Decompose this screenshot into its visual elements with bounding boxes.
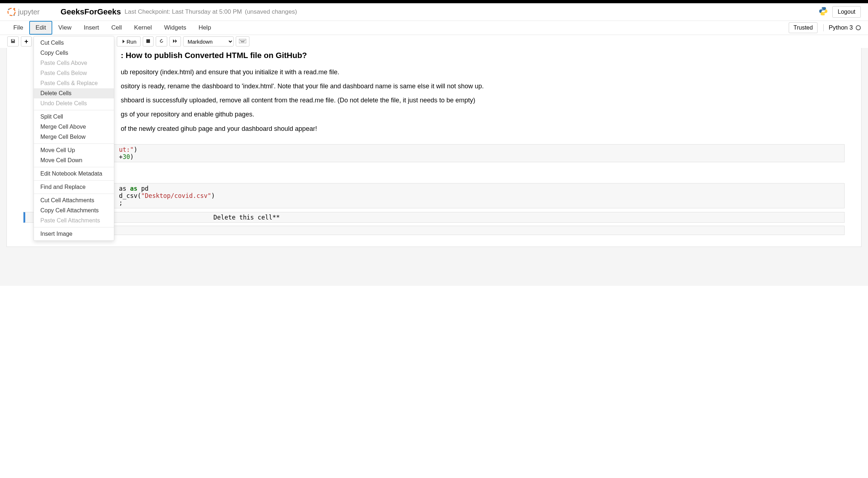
code-area[interactable]: as as pd d_csv("Desktop/covid.csv") ; [94, 183, 844, 208]
kernel-indicator[interactable]: Python 3 [823, 24, 861, 31]
menu-cut-cells[interactable]: Cut Cells [34, 38, 114, 48]
code-token: ut:" [119, 146, 134, 153]
menu-kernel[interactable]: Kernel [128, 21, 158, 35]
notebook-container: : How to publish Converted HTML file on … [0, 48, 868, 286]
notebook-name[interactable]: GeeksForGeeks [61, 7, 121, 17]
stop-icon [146, 39, 150, 44]
menu-view[interactable]: View [52, 21, 78, 35]
code-cell[interactable]: as as pd d_csv("Desktop/covid.csv") ; [93, 183, 845, 208]
restart-icon [159, 39, 164, 45]
run-button[interactable]: Run [117, 36, 141, 47]
code-cell-empty[interactable] [93, 226, 845, 235]
menu-merge-cell-below[interactable]: Merge Cell Below [34, 132, 114, 142]
menu-copy-attachments[interactable]: Copy Cell Attachments [34, 205, 114, 216]
menu-file[interactable]: File [7, 21, 29, 35]
svg-point-2 [14, 8, 15, 9]
restart-button[interactable] [156, 36, 167, 47]
run-icon [121, 39, 125, 45]
menu-help[interactable]: Help [192, 21, 217, 35]
menu-divider [34, 194, 114, 194]
jupyter-logo[interactable]: jupyter [7, 6, 54, 17]
menu-move-cell-down[interactable]: Move Cell Down [34, 155, 114, 165]
menu-find-replace[interactable]: Find and Replace [34, 182, 114, 192]
menu-paste-cells-replace: Paste Cells & Replace [34, 78, 114, 88]
code-token: pd [137, 185, 149, 192]
menubar: File Edit View Insert Cell Kernel Widget… [0, 21, 868, 35]
code-token: as [119, 185, 130, 192]
svg-rect-11 [243, 40, 244, 41]
menu-cut-attachments[interactable]: Cut Cell Attachments [34, 195, 114, 205]
markdown-step: ository is ready, rename the dashboard t… [121, 82, 821, 91]
code-token: "Desktop/covid.csv" [141, 192, 211, 199]
menu-divider [34, 167, 114, 167]
menu-move-cell-up[interactable]: Move Cell Up [34, 145, 114, 155]
code-cell[interactable]: ut:") +30) [93, 144, 845, 162]
svg-rect-10 [242, 40, 242, 41]
header: jupyter GeeksForGeeks Last Checkpoint: L… [0, 3, 868, 21]
kernel-name: Python 3 [829, 24, 853, 31]
menu-undo-delete-cells: Undo Delete Cells [34, 98, 114, 109]
menu-divider [34, 227, 114, 227]
menu-cell[interactable]: Cell [105, 21, 128, 35]
svg-point-6 [824, 14, 825, 14]
markdown-step: gs of your repository and enable github … [121, 110, 821, 119]
celltype-select[interactable]: Markdown [183, 36, 234, 47]
menu-copy-cells[interactable]: Copy Cells [34, 48, 114, 58]
trusted-button[interactable]: Trusted [789, 22, 818, 33]
code-token: ) [211, 192, 215, 199]
code-token: d_csv( [119, 192, 141, 199]
unsaved-changes: (unsaved changes) [245, 8, 297, 16]
kernel-idle-icon [856, 25, 861, 30]
menu-split-cell[interactable]: Split Cell [34, 112, 114, 122]
code-area[interactable]: ut:") +30) [94, 145, 844, 162]
menu-insert-image[interactable]: Insert Image [34, 229, 114, 239]
browser-topbar [0, 0, 868, 3]
menu-delete-cells[interactable]: Delete Cells [34, 88, 114, 98]
code-token: Delete this cell** [213, 214, 280, 221]
code-cell-selected[interactable]: Delete this cell** [23, 212, 845, 223]
notebook-inner: : How to publish Converted HTML file on … [6, 48, 862, 247]
plus-icon: + [25, 38, 28, 45]
code-area[interactable] [94, 226, 844, 235]
checkpoint-info: Last Checkpoint: Last Thursday at 5:00 P… [125, 8, 242, 16]
menu-edit-notebook-metadata[interactable]: Edit Notebook Metadata [34, 169, 114, 179]
save-icon [10, 39, 15, 45]
restart-runall-button[interactable] [169, 36, 181, 47]
code-token: + [119, 153, 123, 160]
markdown-heading: : How to publish Converted HTML file on … [121, 50, 821, 61]
command-palette-button[interactable] [236, 36, 249, 47]
svg-point-5 [821, 8, 822, 9]
code-token: ) [134, 146, 137, 153]
code-token: 30 [123, 153, 130, 160]
svg-rect-7 [146, 39, 150, 43]
logout-button[interactable]: Logout [832, 6, 861, 18]
menu-paste-cells-below: Paste Cells Below [34, 68, 114, 78]
menu-divider [34, 180, 114, 181]
svg-rect-9 [240, 40, 241, 41]
save-button[interactable] [7, 36, 19, 47]
code-token: ) [130, 153, 134, 160]
markdown-step: of the newly created gihub page and your… [121, 124, 821, 133]
run-label: Run [127, 39, 137, 45]
menu-merge-cell-above[interactable]: Merge Cell Above [34, 122, 114, 132]
menu-widgets[interactable]: Widgets [158, 21, 192, 35]
add-cell-button[interactable]: + [21, 36, 32, 47]
menu-paste-attachments: Paste Cell Attachments [34, 216, 114, 226]
menu-divider [34, 143, 114, 144]
markdown-cell-rendered[interactable]: : How to publish Converted HTML file on … [7, 50, 861, 142]
svg-rect-13 [241, 41, 244, 42]
fastforward-icon [173, 39, 178, 44]
menu-divider [34, 110, 114, 110]
code-area[interactable]: Delete this cell** [48, 212, 844, 222]
menu-edit[interactable]: Edit [29, 21, 52, 35]
interrupt-button[interactable] [143, 36, 154, 47]
code-token: ; [119, 199, 123, 207]
svg-rect-8 [239, 39, 246, 43]
svg-point-3 [13, 14, 15, 16]
code-token: as [130, 185, 137, 192]
menu-insert[interactable]: Insert [78, 21, 105, 35]
svg-text:jupyter: jupyter [18, 8, 40, 16]
markdown-step: ub repository (index.html) and ensure th… [121, 68, 821, 77]
svg-rect-12 [244, 40, 245, 41]
svg-point-1 [8, 9, 9, 10]
